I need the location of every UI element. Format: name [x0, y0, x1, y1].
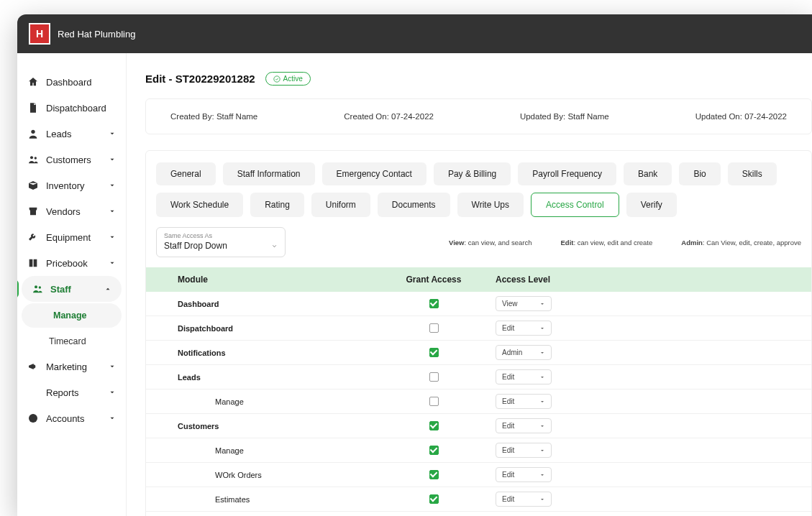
chevron-up-icon [104, 285, 111, 292]
same-access-select[interactable]: Same Access As Staff Drop Down [156, 227, 286, 257]
module-name: Manage [146, 397, 376, 406]
tab-bank[interactable]: Bank [624, 162, 672, 185]
updated-by: Updated By: Staff Name [520, 112, 609, 121]
module-name: Manage [146, 446, 376, 455]
access-level-select[interactable]: Edit [496, 321, 552, 336]
grant-checkbox[interactable] [429, 421, 439, 430]
table-body: Dashboard ViewDispatchboard EditNotifica… [146, 292, 811, 516]
module-name: Customers [146, 422, 376, 430]
tab-pay-billing[interactable]: Pay & Billing [434, 162, 511, 185]
tab-rating[interactable]: Rating [250, 193, 304, 217]
sidebar-item-staff[interactable]: Staff [22, 276, 122, 302]
sidebar-label: Dashboard [46, 77, 116, 88]
access-level-select[interactable]: Edit [496, 443, 552, 458]
chevron-down-icon [539, 448, 545, 453]
tab-emergency-contact[interactable]: Emergency Contact [322, 162, 426, 185]
tab-general[interactable]: General [156, 162, 216, 185]
svg-point-4 [39, 286, 41, 288]
updated-on: Updated On: 07-24-2022 [695, 112, 787, 121]
chevron-down-icon [539, 374, 545, 380]
tab-write-ups[interactable]: Write Ups [457, 193, 524, 217]
sidebar-label: Staff [50, 284, 104, 295]
grant-checkbox[interactable] [429, 494, 439, 504]
access-level-select[interactable]: Edit [496, 467, 552, 482]
chevron-down-icon [109, 234, 116, 241]
module-name: Estimates [146, 495, 376, 504]
access-level-select[interactable]: Edit [496, 418, 552, 433]
access-level-select[interactable]: Edit [496, 492, 552, 507]
col-header-module: Module [146, 275, 376, 285]
legend-admin: Admin: Can View, edit, create, approve [681, 239, 801, 247]
sidebar: DashboardDispatchboardLeadsCustomersInve… [17, 53, 127, 516]
sidebar-item-inventory[interactable]: Inventory [17, 172, 126, 198]
grant-checkbox[interactable] [429, 299, 439, 308]
sidebar-item-reports[interactable]: Reports [17, 379, 126, 405]
svg-point-2 [35, 157, 37, 159]
sidebar-item-dashboard[interactable]: Dashboard [17, 69, 126, 95]
tab-documents[interactable]: Documents [378, 193, 450, 217]
tab-skills[interactable]: Skills [728, 162, 777, 185]
sidebar-item-customers[interactable]: Customers [17, 147, 126, 172]
topbar: H Red Hat Plumbling [17, 14, 812, 53]
access-control-panel: GeneralStaff InformationEmergency Contac… [145, 150, 812, 516]
tab-verify[interactable]: Verify [626, 193, 677, 217]
access-level-select[interactable]: Edit [496, 394, 552, 409]
tab-bio[interactable]: Bio [679, 162, 720, 185]
module-name: Dispatchboard [146, 324, 376, 333]
table-row: WOrk Orders Edit [146, 463, 811, 487]
megaphone-icon [27, 361, 39, 372]
sidebar-label: Marketing [46, 361, 109, 372]
sidebar-item-vendors[interactable]: Vendors [17, 198, 126, 224]
sidebar-item-leads[interactable]: Leads [17, 121, 126, 147]
grant-checkbox[interactable] [429, 446, 439, 455]
table-row: Manage Edit [146, 390, 811, 414]
chevron-down-icon [109, 363, 116, 370]
people-icon [32, 283, 43, 295]
table-row: Customers Edit [146, 414, 811, 438]
legend: View: can view, and search Edit: can vie… [449, 239, 801, 247]
main-content: Edit - ST20229201282 Active Created By: … [127, 53, 812, 516]
tab-access-control[interactable]: Access Control [531, 193, 619, 217]
sidebar-subitem-timecard[interactable]: Timecard [17, 329, 126, 354]
box-icon [27, 180, 39, 191]
sidebar-label: Reports [46, 387, 109, 398]
grant-checkbox[interactable] [429, 470, 439, 479]
col-header-grant: Grant Access [376, 275, 491, 285]
tab-work-schedule[interactable]: Work Schedule [156, 193, 243, 217]
table-row: Invoices Edit [146, 512, 811, 516]
sidebar-item-accounts[interactable]: Accounts [17, 405, 126, 431]
access-level-select[interactable]: Edit [496, 369, 552, 384]
created-by: Created By: Staff Name [170, 112, 257, 121]
status-badge: Active [265, 72, 311, 86]
module-name: Dashboard [146, 300, 376, 308]
sidebar-label: Leads [46, 129, 109, 139]
status-label: Active [283, 75, 303, 83]
access-level-select[interactable]: Admin [496, 345, 552, 360]
module-name: Notifications [146, 349, 376, 357]
sidebar-label: Vendors [46, 206, 109, 217]
chevron-down-icon [539, 301, 545, 307]
sidebar-item-marketing[interactable]: Marketing [17, 354, 126, 379]
table-row: Manage Edit [146, 438, 811, 463]
tab-uniform[interactable]: Uniform [311, 193, 370, 217]
sidebar-label: Inventory [46, 180, 109, 191]
table-row: Dispatchboard Edit [146, 316, 811, 341]
grant-checkbox[interactable] [429, 397, 439, 406]
sidebar-item-pricebook[interactable]: Pricebook [17, 250, 126, 276]
chevron-down-icon [539, 326, 545, 331]
chart-icon [27, 387, 39, 398]
tabs-row: GeneralStaff InformationEmergency Contac… [156, 162, 801, 217]
tab-payroll-frequency[interactable]: Payroll Frequency [518, 162, 616, 185]
grant-checkbox[interactable] [429, 323, 439, 333]
grant-checkbox[interactable] [429, 348, 439, 357]
table-header: Module Grant Access Access Level [146, 267, 811, 292]
sidebar-item-dispatchboard[interactable]: Dispatchboard [17, 95, 126, 121]
table-row: Notifications Admin [146, 341, 811, 365]
grant-checkbox[interactable] [429, 372, 439, 382]
sidebar-item-equipment[interactable]: Equipment [17, 224, 126, 250]
tab-staff-information[interactable]: Staff Information [223, 162, 315, 185]
sidebar-subitem-manage[interactable]: Manage [22, 303, 122, 328]
globe-icon [27, 413, 39, 424]
chevron-down-icon [109, 415, 116, 422]
access-level-select[interactable]: View [496, 296, 552, 311]
